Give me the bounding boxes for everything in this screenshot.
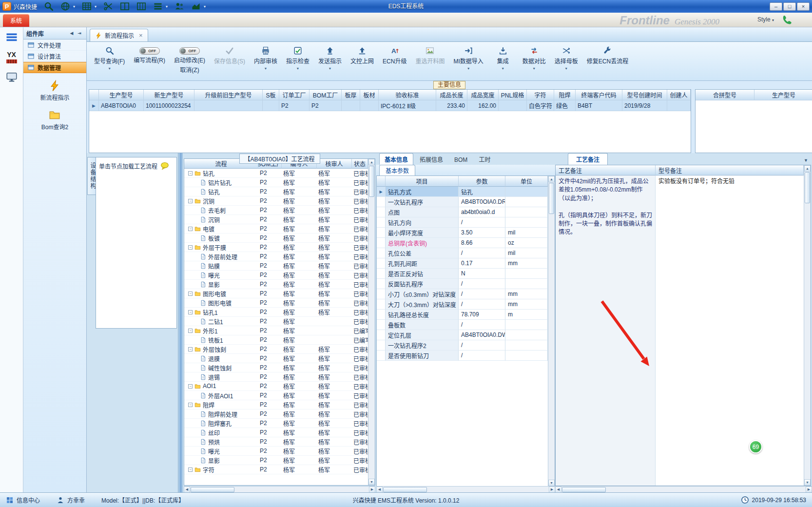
search-icon[interactable] (44, 1, 54, 11)
param-row[interactable]: 大刀（>0.3mm）对钻深度/mm (377, 299, 548, 310)
chevron-down-icon[interactable]: ▼ (501, 67, 504, 71)
scroll-right-button[interactable]: ▶ (806, 487, 812, 493)
param-row[interactable]: 最小焊环宽度3.50mil (377, 228, 548, 238)
column-header[interactable]: 状态 (352, 159, 368, 169)
panel-splitter[interactable] (178, 153, 183, 492)
ribbon-button-internal-audit[interactable]: 内部审核▼ (251, 45, 281, 74)
scrollbar-thumb[interactable] (383, 487, 427, 492)
param-value-cell[interactable]: / (459, 299, 505, 310)
ribbon-button-select-mother[interactable]: 选择母板▼ (551, 45, 581, 74)
vertical-scrollbar[interactable]: ▲ ▼ (548, 176, 555, 486)
tree-row[interactable]: 退锡P2杨军杨军已审核 (184, 372, 368, 382)
param-value-cell[interactable]: / (459, 217, 505, 228)
param-value-cell[interactable]: / (459, 289, 505, 299)
ribbon-button-doc-upload[interactable]: 文控上网 (347, 45, 377, 74)
scroll-up-button[interactable]: ▲ (548, 176, 555, 182)
ribbon-button-data-compare[interactable]: 数据对比▼ (519, 45, 549, 74)
sidebar-back-button[interactable]: ◀ (68, 29, 76, 37)
horizontal-scrollbar[interactable]: ◀ ▶ (376, 486, 555, 492)
tree-row[interactable]: 阻焊前处理P2杨军杨军已审核 (184, 410, 368, 419)
scroll-left-button[interactable]: ◀ (555, 487, 561, 493)
ribbon-button-reselect-cutting[interactable]: 重选开料图 (412, 45, 448, 74)
param-value-cell[interactable]: N (459, 269, 505, 279)
tree-row[interactable]: 贴膜P2杨军杨军已审核 (184, 261, 368, 271)
param-row[interactable]: 钻孔方向/ (377, 217, 548, 228)
tree-row[interactable]: 铣板1P2杨军已编写 (184, 335, 368, 345)
sidebar-item-data-management[interactable]: 数据管理 (23, 62, 86, 73)
tool-bom-query[interactable]: Bom查询2 (41, 109, 68, 131)
tree-row[interactable]: −外层蚀刻P2杨军杨军已审核 (184, 345, 368, 354)
ribbon-button-mi-import[interactable]: MI数据导入▼ (450, 45, 486, 74)
collapse-toggle[interactable]: − (188, 468, 193, 472)
tree-row[interactable]: 曝光P2杨军杨军已审核 (184, 271, 368, 280)
system-menu[interactable]: 系统 (3, 14, 29, 27)
collapse-toggle[interactable]: − (188, 227, 193, 231)
toggle-switch-off[interactable]: OFF (179, 47, 200, 55)
column-header[interactable]: 项目 (386, 176, 459, 187)
tree-row[interactable]: 曝光P2杨军杨军已审核 (184, 447, 368, 456)
tree-row[interactable]: −AOI1P2杨军杨军已审核 (184, 382, 368, 391)
column-header[interactable]: PNL规格 (499, 90, 527, 100)
tree-row[interactable]: 丝印P2杨军杨军已审核 (184, 428, 368, 437)
chevron-down-icon[interactable]: ▼ (532, 67, 536, 71)
split-icon[interactable] (120, 1, 130, 11)
scrollbar-thumb[interactable] (549, 183, 554, 214)
tree-row[interactable]: −电镀P2杨军杨军已审核 (184, 224, 368, 234)
param-value-cell[interactable]: 3.50 (459, 228, 505, 238)
param-value-cell[interactable]: ab4bt0oia0.d (459, 207, 505, 217)
globe-icon[interactable] (60, 1, 70, 11)
tree-row[interactable]: 退膜P2杨军杨军已审核 (184, 354, 368, 363)
monitor-icon[interactable] (6, 71, 18, 83)
tree-row[interactable]: −阻焊P2杨军杨军已审核 (184, 400, 368, 410)
app-logo[interactable]: P (2, 2, 11, 11)
collapse-toggle[interactable]: − (188, 403, 193, 407)
scroll-up-button[interactable]: ▲ (368, 159, 375, 165)
param-value-cell[interactable]: / (459, 340, 505, 351)
close-button[interactable]: × (797, 2, 810, 11)
param-value-cell[interactable]: 0.17 (459, 258, 505, 269)
param-row[interactable]: 反面钻孔程序/ (377, 279, 548, 289)
tree-row[interactable]: −外层干膜P2杨军杨军已审核 (184, 243, 368, 252)
column-header[interactable]: 生产型号 (99, 90, 144, 100)
sidebar-item-design-algorithm[interactable]: 设计算法 (23, 51, 86, 62)
horizontal-scrollbar[interactable]: ◀ ▶ (555, 486, 812, 492)
tree-row[interactable]: 沉铜P2杨军杨军已审核 (184, 215, 368, 224)
collapse-toggle[interactable]: − (188, 329, 193, 333)
collapse-toggle[interactable]: − (188, 310, 193, 314)
tree-row[interactable]: 阻焊塞孔P2杨军杨军已审核 (184, 419, 368, 428)
param-row[interactable]: 小刀（≤0.3mm）对钻深度/mm (377, 289, 548, 299)
close-tab-icon[interactable]: × (139, 32, 143, 39)
param-value-cell[interactable]: AB4BT0OIA0.DWK (459, 330, 505, 340)
column-header[interactable]: 型号创建时间 (622, 90, 667, 100)
ribbon-button-write-flow[interactable]: OFF编写流程(R) (130, 45, 169, 74)
param-value-cell[interactable]: 8.66 (459, 238, 505, 248)
chevron-down-icon[interactable]: ▼ (467, 67, 470, 71)
tree-row[interactable]: −外形1P2杨军已编写 (184, 326, 368, 335)
column-header[interactable]: 新生产型号 (144, 90, 194, 100)
tree-row[interactable]: 显影P2杨军杨军已审核 (184, 456, 368, 465)
scroll-right-button[interactable]: ▶ (369, 487, 375, 493)
param-row[interactable]: 叠板数/ (377, 320, 548, 330)
chevron-down-icon[interactable]: ▼ (329, 67, 332, 71)
chevron-down-icon[interactable]: ▼ (108, 67, 111, 71)
column-header[interactable]: 参数 (459, 176, 505, 187)
column-header[interactable]: 创建人 (667, 90, 691, 100)
ribbon-button-fix-ecn[interactable]: 修复ECN丢流程 (583, 45, 632, 74)
scissors-icon[interactable] (103, 1, 113, 11)
vertical-scrollbar[interactable]: ▲ ▼ (368, 159, 375, 485)
scroll-right-button[interactable]: ▶ (549, 487, 555, 493)
column-header[interactable]: 字符 (527, 90, 554, 100)
param-row[interactable]: 一次钻孔程序2/ (377, 340, 548, 351)
tree-row[interactable]: 钻孔P2杨军杨军已审核 (184, 187, 368, 196)
notification-badge[interactable]: 69 (749, 440, 762, 453)
collapse-toggle[interactable]: − (188, 292, 193, 296)
tree-row[interactable]: 外层AOI1P2杨军杨军已审核 (184, 391, 368, 400)
phone-icon[interactable] (782, 15, 792, 24)
column-header[interactable]: 验收标准 (379, 90, 436, 100)
column-header[interactable]: BOM工厂 (309, 90, 342, 100)
users-icon[interactable] (174, 1, 184, 11)
tab-process-notes[interactable]: 工艺备注 (568, 153, 608, 165)
status-info-center[interactable]: 信息中心 (6, 496, 40, 504)
hamburger-menu-icon[interactable] (6, 31, 18, 43)
chevron-down-icon[interactable]: ▾ (204, 4, 206, 9)
